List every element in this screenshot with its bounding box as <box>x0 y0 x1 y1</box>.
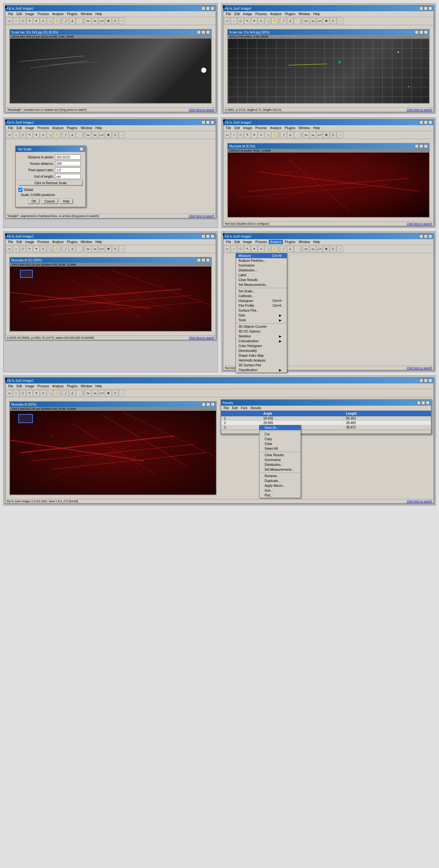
img-minimize-a[interactable]: _ <box>197 30 201 34</box>
menu-item-clear-results[interactable]: Clear Results <box>236 278 287 282</box>
minimize-btn-d[interactable]: _ <box>419 120 423 124</box>
menu-item-skeleton[interactable]: Skeleton ▶ <box>236 334 287 339</box>
tool-c2-c[interactable]: C <box>112 132 119 138</box>
maximize-btn-d[interactable]: □ <box>424 120 428 124</box>
ctx-duplicate[interactable]: Duplicate... <box>259 478 301 483</box>
menu-edit-g[interactable]: Edit <box>15 384 23 388</box>
tool-text-f[interactable]: A <box>258 246 264 252</box>
tool-point-f[interactable]: · <box>294 246 300 252</box>
tool-oval-c[interactable]: ○ <box>13 132 19 138</box>
tool-wand-f[interactable]: ✦ <box>251 246 257 252</box>
distance-input[interactable] <box>55 155 81 160</box>
maximize-btn-b[interactable]: □ <box>424 6 428 10</box>
menu-analyze-g[interactable]: Analyze <box>51 384 65 388</box>
menu-window-f[interactable]: Window <box>297 240 312 244</box>
menu-window-b[interactable]: Window <box>297 12 312 16</box>
tool-rect-e[interactable]: ▭ <box>6 246 12 252</box>
menu-item-distribution[interactable]: Distribution... <box>236 268 287 273</box>
menu-help-e[interactable]: Help <box>94 240 103 244</box>
maximize-btn-g[interactable]: □ <box>424 379 428 382</box>
ok-btn[interactable]: OK <box>28 199 39 204</box>
tool-point-b[interactable]: · <box>294 18 300 24</box>
ctx-apply-macro[interactable]: Apply Macro... <box>259 483 301 488</box>
tool-de-e[interactable]: De <box>85 246 91 252</box>
tool-lut-e[interactable]: LUT <box>98 246 105 252</box>
tool-oval-g[interactable]: ○ <box>13 390 19 396</box>
img-canvas-g[interactable] <box>10 411 216 495</box>
tool-angle-d[interactable]: ∠ <box>287 132 293 138</box>
tool-wand-c[interactable]: ✦ <box>33 132 39 138</box>
tool-c[interactable]: C <box>112 18 119 24</box>
image-window-a[interactable]: Scale bar 10x 9x9.jpg (G) (8.3%) _ □ × 1… <box>9 29 212 104</box>
tool-wand[interactable]: ✦ <box>33 18 39 24</box>
img-canvas-a[interactable] <box>10 39 211 103</box>
tool-freehand-c[interactable]: ✎ <box>26 132 33 138</box>
menu-item-directionality[interactable]: Directionality <box>236 348 287 353</box>
menu-analyze-c[interactable]: Analyze <box>51 126 65 130</box>
status-right-c[interactable]: Click here to search <box>189 214 214 218</box>
menu-item-color-histogram[interactable]: Color Histogram <box>236 344 287 348</box>
tool-angle-e[interactable]: ∠ <box>69 246 75 252</box>
tool-de-g[interactable]: De <box>85 390 91 396</box>
menu-item-classification[interactable]: Classification ▶ <box>236 368 287 373</box>
maximize-btn-c[interactable]: □ <box>206 120 210 124</box>
img-titlebar-e[interactable]: Myotube.tif (G) (50%) _ □ × <box>10 257 211 263</box>
menu-image-c[interactable]: Image <box>24 126 35 130</box>
tool-rect[interactable]: ▭ <box>6 18 12 24</box>
img-canvas-d[interactable] <box>228 153 429 217</box>
results-menu-results[interactable]: Results <box>249 406 262 410</box>
tool-magnify-c[interactable]: 🔍 <box>47 132 53 138</box>
status-right-f[interactable]: Click here to search <box>407 366 432 370</box>
tool-c2-e[interactable]: C <box>112 246 119 252</box>
menu-image-d[interactable]: Image <box>242 126 253 130</box>
ctx-save-as[interactable]: Save As... <box>259 425 301 430</box>
ctx-distribution[interactable]: Distribution... <box>259 462 301 467</box>
dialog-close[interactable]: × <box>80 147 83 151</box>
menu-item-shape-index[interactable]: Shape Index Map <box>236 353 287 358</box>
menu-help-d[interactable]: Help <box>312 126 321 130</box>
aspect-input[interactable] <box>55 167 81 173</box>
click-remove-scale-btn[interactable]: Click to Remove Scale <box>18 180 83 186</box>
tool-b2-d[interactable]: B <box>323 132 330 138</box>
tool-rect-c[interactable]: ▭ <box>6 132 12 138</box>
menu-plugins-b[interactable]: Plugins <box>284 12 297 16</box>
tool-freehand-d[interactable]: ✎ <box>244 132 251 138</box>
menu-item-3d-objects[interactable]: 3D Objects Counter <box>236 324 287 329</box>
fiji-titlebar-f[interactable]: Fiji Is Just! ImageJ _ □ × <box>223 234 434 239</box>
tool-lut[interactable]: De <box>85 18 91 24</box>
close-btn-e[interactable]: × <box>211 235 214 238</box>
ctx-copy[interactable]: Copy <box>259 437 301 441</box>
tool-rect-d[interactable]: ▭ <box>224 132 230 138</box>
menu-file-c[interactable]: File <box>7 126 14 130</box>
tool-oval-e[interactable]: ○ <box>13 246 19 252</box>
tool-angle-f[interactable]: ∠ <box>287 246 293 252</box>
image-window-d[interactable]: Myotube.tif (8.3%) _ □ × 6289x4718 pixel… <box>227 143 430 218</box>
tool-point-g[interactable]: · <box>76 390 83 396</box>
ctx-clear-results[interactable]: Clear Results <box>259 453 301 458</box>
menu-edit-e[interactable]: Edit <box>15 240 23 244</box>
status-right-a[interactable]: Click here to search <box>189 108 214 112</box>
menu-file-d[interactable]: File <box>225 126 232 130</box>
menu-item-set-scale[interactable]: Set Scale... <box>236 289 287 293</box>
tool-point-d[interactable]: · <box>294 132 300 138</box>
menu-process-e[interactable]: Process <box>36 240 50 244</box>
status-right-b[interactable]: Click here to search <box>407 108 432 112</box>
tool-poly-d[interactable]: ⬡ <box>238 132 244 138</box>
img-titlebar-d[interactable]: Myotube.tif (8.3%) _ □ × <box>228 144 429 149</box>
ctx-rename[interactable]: Rename... <box>259 474 301 478</box>
minimize-btn-b[interactable]: _ <box>419 6 423 10</box>
tool-magnify-d[interactable]: 🔍 <box>264 132 271 138</box>
known-input[interactable] <box>55 161 81 166</box>
menu-process-b[interactable]: Process <box>254 12 268 16</box>
tool-freehand[interactable]: ✎ <box>26 18 33 24</box>
tool-sa[interactable]: Sa <box>92 18 98 24</box>
menu-help-b[interactable]: Help <box>312 12 321 16</box>
tool-angle-g[interactable]: ∠ <box>69 390 75 396</box>
tool-line-f[interactable]: ╱ <box>280 246 287 252</box>
ctx-sort[interactable]: Sort... <box>259 488 301 493</box>
tool-freehand-e[interactable]: ✎ <box>26 246 33 252</box>
menu-item-label[interactable]: Label <box>236 273 287 278</box>
tool-magnify-e[interactable]: 🔍 <box>47 246 53 252</box>
tool-point[interactable]: · <box>76 18 83 24</box>
tool-text-d[interactable]: A <box>258 132 264 138</box>
